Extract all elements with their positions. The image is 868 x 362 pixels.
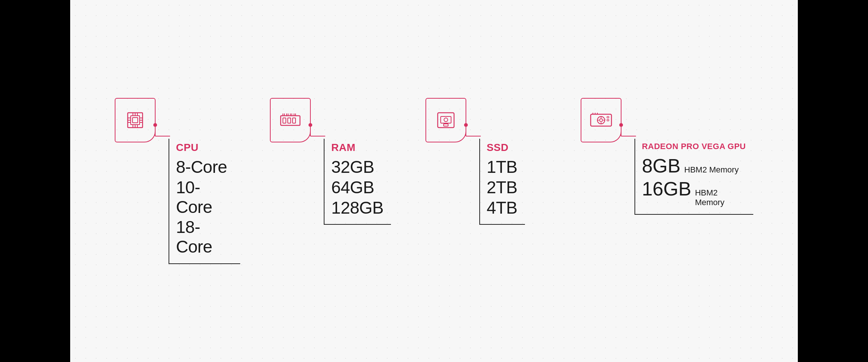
ssd-values: 1TB 2TB 4TB <box>487 157 518 218</box>
ram-content: RAM 32GB 64GB 128GB <box>324 139 391 225</box>
gpu-value-row-0: 8GB HBM2 Memory <box>642 155 746 177</box>
gpu-suffix-0: HBM2 Memory <box>684 165 739 175</box>
ssd-content: SSD 1TB 2TB 4TB <box>479 139 525 225</box>
cpu-value-1: 10-Core <box>176 178 233 217</box>
ram-value-2: 128GB <box>331 198 384 218</box>
gpu-value-1: 16GB <box>642 178 691 200</box>
gpu-card: RADEON PRO VEGA GPU 8GB HBM2 Memory 16GB… <box>581 98 753 215</box>
cpu-value-0: 8-Core <box>176 157 233 177</box>
ram-bracket: RAM 32GB 64GB 128GB <box>324 139 391 225</box>
cpu-content: CPU 8-Core 10-Core 18-Core <box>169 139 240 264</box>
ram-value-1: 64GB <box>331 178 384 197</box>
ssd-value-0: 1TB <box>487 157 518 177</box>
ram-icon-area <box>270 98 311 142</box>
svg-rect-40 <box>591 114 611 126</box>
ram-card: RAM 32GB 64GB 128GB <box>270 98 395 225</box>
svg-rect-35 <box>444 124 448 126</box>
ram-connector <box>309 123 327 142</box>
cpu-category: CPU <box>176 142 233 154</box>
cpu-bracket: CPU 8-Core 10-Core 18-Core <box>169 139 240 264</box>
svg-rect-47 <box>607 116 609 118</box>
svg-rect-34 <box>441 116 451 123</box>
ssd-bracket: SSD 1TB 2TB 4TB <box>479 139 525 225</box>
gpu-icon <box>588 107 614 134</box>
gpu-value-0: 8GB <box>642 155 681 177</box>
svg-rect-48 <box>607 119 609 121</box>
cpu-icon-area <box>115 98 156 142</box>
gpu-bracket: RADEON PRO VEGA GPU 8GB HBM2 Memory 16GB… <box>634 139 753 215</box>
svg-point-42 <box>600 119 603 122</box>
slide: CPU 8-Core 10-Core 18-Core <box>70 0 798 362</box>
ram-icon <box>277 107 304 134</box>
svg-rect-14 <box>133 118 138 123</box>
gpu-icon-box <box>581 98 621 142</box>
svg-rect-1 <box>131 116 140 125</box>
cpu-icon <box>122 107 149 134</box>
gpu-suffix-1: HBM2 Memory <box>695 188 746 207</box>
ram-category: RAM <box>331 142 384 154</box>
svg-rect-33 <box>438 113 454 128</box>
ssd-value-2: 4TB <box>487 198 518 218</box>
cpu-connector <box>153 123 172 142</box>
ssd-icon-area <box>425 98 466 142</box>
ram-values: 32GB 64GB 128GB <box>331 157 384 218</box>
gpu-icon-area <box>581 98 621 142</box>
cpu-value-2: 18-Core <box>176 217 233 257</box>
gpu-connector <box>619 123 638 142</box>
ssd-category: SSD <box>487 142 518 154</box>
svg-point-36 <box>444 118 448 122</box>
cpu-icon-box <box>115 98 156 142</box>
svg-rect-19 <box>283 118 286 123</box>
content-area: CPU 8-Core 10-Core 18-Core <box>70 98 798 264</box>
ssd-card: SSD 1TB 2TB 4TB <box>425 98 551 225</box>
ram-icon-box <box>270 98 311 142</box>
ram-value-0: 32GB <box>331 157 384 177</box>
svg-rect-20 <box>288 118 291 123</box>
ssd-connector <box>464 123 483 142</box>
gpu-values: 8GB HBM2 Memory 16GB HBM2 Memory <box>642 155 746 207</box>
svg-rect-21 <box>293 118 296 123</box>
gpu-content: RADEON PRO VEGA GPU 8GB HBM2 Memory 16GB… <box>634 139 753 215</box>
gpu-value-row-1: 16GB HBM2 Memory <box>642 178 746 207</box>
gpu-category: RADEON PRO VEGA GPU <box>642 142 746 151</box>
ssd-icon <box>433 107 459 134</box>
cpu-card: CPU 8-Core 10-Core 18-Core <box>115 98 240 264</box>
ssd-icon-box <box>425 98 466 142</box>
ssd-value-1: 2TB <box>487 178 518 197</box>
cpu-values: 8-Core 10-Core 18-Core <box>176 157 233 257</box>
